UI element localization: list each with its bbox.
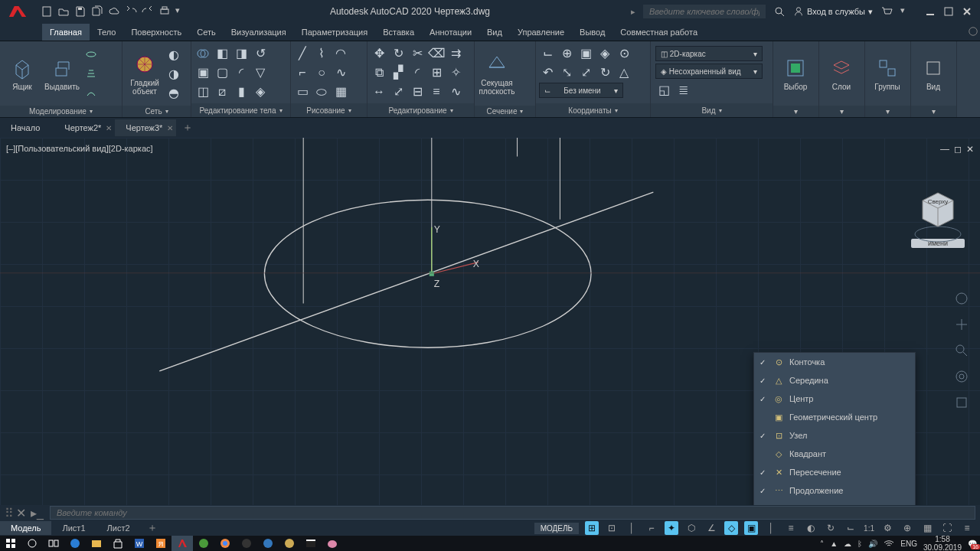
store-icon[interactable]: [107, 536, 129, 551]
lang-label[interactable]: ENG: [900, 540, 917, 548]
scale-combo[interactable]: 1:1: [864, 521, 874, 535]
osnap-item[interactable]: ✓⋯Продолжение: [754, 481, 915, 500]
disc-icon[interactable]: [279, 536, 300, 551]
app-logo[interactable]: [0, 0, 34, 23]
mesh-dome-icon[interactable]: ◓: [165, 84, 182, 101]
fullscreen-icon[interactable]: ⛶: [940, 521, 954, 535]
cmdbar-chevron-icon[interactable]: ▸_: [31, 506, 44, 520]
cloud-icon[interactable]: [108, 5, 120, 18]
open-icon[interactable]: [57, 5, 70, 18]
groups-button[interactable]: Группы: [868, 44, 906, 103]
tab-start[interactable]: Начало: [0, 119, 54, 136]
union-icon[interactable]: [194, 45, 211, 62]
ucs-named-combo[interactable]: ⌙ Без имени ▾: [539, 83, 623, 98]
polar-toggle[interactable]: ✦: [665, 521, 678, 535]
app2-icon[interactable]: [236, 536, 257, 551]
cmdbar-grip[interactable]: ⠿: [5, 506, 13, 520]
tab-visualize[interactable]: Визуализация: [224, 24, 294, 41]
osnap-item[interactable]: ◇Квадрант: [754, 445, 915, 463]
start-icon[interactable]: [0, 536, 21, 551]
ucs-y-icon[interactable]: ⤢: [577, 64, 594, 80]
autodesk-tray-icon[interactable]: ▲: [830, 540, 838, 548]
cycle-toggle[interactable]: ↻: [824, 521, 838, 535]
panel-label-draw[interactable]: Рисование▾: [291, 103, 367, 117]
wifi-icon[interactable]: [884, 540, 894, 547]
saved-view-combo[interactable]: ◈ Несохраненный вид▾: [655, 64, 763, 79]
sweep-icon[interactable]: [83, 84, 100, 101]
spline-icon[interactable]: ∿: [332, 64, 349, 81]
steeringwheel-icon[interactable]: [954, 369, 969, 384]
loft-icon[interactable]: [83, 65, 100, 82]
customize-icon[interactable]: ≡: [960, 521, 974, 535]
osnap-item[interactable]: ✓✕Пересечение: [754, 463, 915, 481]
tab-parametric[interactable]: Параметризация: [294, 24, 375, 41]
workspace-icon[interactable]: ▦: [920, 521, 934, 535]
revolve-icon[interactable]: [83, 46, 100, 63]
close-icon[interactable]: ✕: [167, 124, 173, 132]
box-button[interactable]: Ящик: [3, 44, 41, 103]
tab-collab[interactable]: Совместная работа: [612, 24, 705, 41]
stretch-icon[interactable]: ↔: [371, 83, 387, 100]
save-icon[interactable]: [74, 5, 87, 18]
ucs-origin-icon[interactable]: ⊙: [616, 44, 632, 61]
thicken-icon[interactable]: ▮: [233, 83, 250, 100]
volume-icon[interactable]: 🔊: [868, 540, 877, 548]
tab-output[interactable]: Вывод: [572, 24, 612, 41]
hatch-icon[interactable]: ▦: [332, 83, 349, 100]
paint-icon[interactable]: [322, 536, 343, 551]
iso-toggle[interactable]: ⬡: [684, 521, 698, 535]
annoscale-icon[interactable]: ⊕: [900, 521, 914, 535]
tab-home[interactable]: Главная: [42, 24, 90, 41]
panel-label-mesh[interactable]: Сеть▾: [122, 106, 191, 117]
clapper-icon[interactable]: [300, 536, 322, 551]
tab-insert[interactable]: Вставка: [375, 24, 422, 41]
view-layers-icon[interactable]: ≣: [675, 81, 691, 98]
showmotion-icon[interactable]: [954, 395, 969, 410]
signin-button[interactable]: Вход в службы ▾: [793, 6, 873, 17]
line-icon[interactable]: ╱: [294, 45, 311, 62]
ucs-world-icon[interactable]: ⊕: [558, 44, 575, 61]
bluetooth-icon[interactable]: ᛒ: [858, 540, 862, 548]
subtract-icon[interactable]: ◧: [214, 45, 230, 62]
select-button[interactable]: Выбор: [776, 44, 815, 103]
imprint-icon[interactable]: ◈: [252, 83, 269, 100]
visual-style-combo[interactable]: ◫ 2D-каркас▾: [655, 46, 763, 61]
circle-icon[interactable]: ○: [313, 64, 330, 81]
close-icon[interactable]: ✕: [106, 124, 112, 132]
shell-icon[interactable]: ◫: [194, 83, 211, 100]
new-icon[interactable]: [41, 5, 53, 18]
ucs-z-icon[interactable]: ↻: [596, 64, 613, 80]
zoom-icon[interactable]: [954, 343, 969, 358]
array-icon[interactable]: ⊞: [428, 64, 445, 81]
ribbon-help-icon[interactable]: [968, 26, 980, 38]
panel-label-modify[interactable]: Редактирование▾: [368, 103, 474, 117]
word-icon[interactable]: W: [129, 536, 150, 551]
grid-toggle[interactable]: ⊞: [585, 521, 599, 535]
polyline-icon[interactable]: ⌐: [294, 64, 311, 81]
utorrent-icon[interactable]: [193, 536, 214, 551]
tab-drawing2[interactable]: Чертеж2*✕: [54, 119, 115, 136]
tab-view[interactable]: Вид: [479, 24, 510, 41]
ortho-toggle[interactable]: ⌐: [645, 521, 658, 535]
copy-icon[interactable]: ⧉: [371, 64, 387, 81]
ucs-prev-icon[interactable]: ↶: [539, 64, 556, 80]
tab-layout1[interactable]: Лист1: [51, 521, 96, 535]
mesh-refine-icon[interactable]: ◐: [165, 46, 182, 63]
command-input[interactable]: [50, 506, 975, 520]
osnap-item[interactable]: ◫Вставка: [754, 500, 915, 505]
erase-icon[interactable]: ⌫: [428, 45, 445, 62]
panel-label-modeling[interactable]: Моделирование▾: [0, 106, 122, 117]
chrome-icon[interactable]: [214, 536, 236, 551]
explode-icon[interactable]: ✧: [447, 64, 464, 81]
arc-icon[interactable]: ◠: [332, 45, 349, 62]
fillet-icon[interactable]: ◜: [409, 64, 426, 81]
cmdbar-close-icon[interactable]: ✕: [16, 506, 26, 520]
mesh-crease-icon[interactable]: ◑: [165, 65, 182, 82]
tab-surface[interactable]: Поверхность: [123, 24, 189, 41]
notifications-icon[interactable]: 💬16: [968, 540, 977, 548]
help-icon[interactable]: ▾: [900, 5, 913, 18]
section-plane-button[interactable]: Секущая плоскость: [478, 44, 516, 103]
edge-icon[interactable]: [64, 536, 86, 551]
tab-annotate[interactable]: Аннотации: [422, 24, 479, 41]
onedrive-icon[interactable]: ☁: [844, 540, 851, 548]
